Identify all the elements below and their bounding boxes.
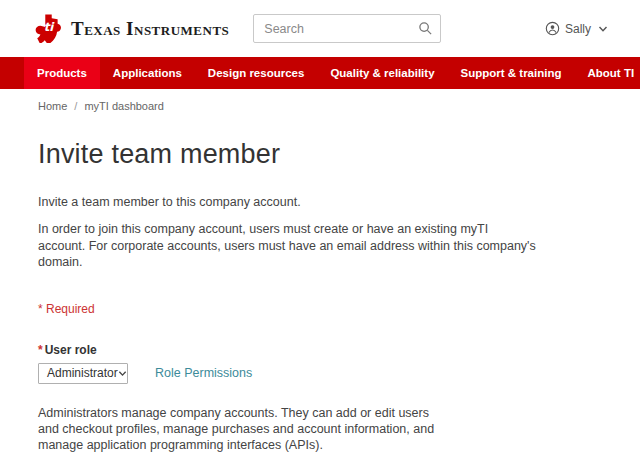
nav-item-about-ti[interactable]: About TI [574, 57, 640, 89]
user-role-selected-value: Administrator [47, 366, 118, 380]
search-box [253, 14, 441, 43]
nav-item-design-resources[interactable]: Design resources [195, 57, 318, 89]
nav-item-products[interactable]: Products [24, 57, 100, 89]
join-info-text: In order to join this company account, u… [38, 221, 536, 271]
account-name: Sally [565, 22, 591, 36]
required-asterisk: * [38, 343, 43, 357]
intro-text: Invite a team member to this company acc… [38, 195, 640, 209]
brand-wordmark: Texas Instruments [71, 18, 229, 40]
breadcrumb-myti-dashboard[interactable]: myTI dashboard [84, 100, 163, 112]
main-content: Invite team member Invite a team member … [0, 139, 640, 461]
breadcrumb-home[interactable]: Home [38, 100, 67, 112]
nav-item-support-training[interactable]: Support & training [448, 57, 575, 89]
role-description: Administrators manage company accounts. … [38, 405, 442, 453]
nav-item-applications[interactable]: Applications [100, 57, 195, 89]
page-title: Invite team member [38, 139, 640, 170]
user-role-select[interactable]: Administrator [38, 363, 128, 384]
user-role-label: *User role [38, 343, 640, 357]
chevron-down-icon [118, 369, 127, 378]
user-role-row: Administrator Role Permissions [38, 363, 640, 384]
required-note: * Required [38, 302, 640, 316]
search-input[interactable] [253, 14, 441, 43]
role-permissions-link[interactable]: Role Permissions [155, 366, 252, 380]
person-icon [545, 21, 560, 36]
site-header: ti Texas Instruments Sally [0, 0, 640, 57]
user-role-label-text: User role [45, 343, 97, 357]
ti-bug-icon: ti [35, 14, 62, 43]
chevron-down-icon [598, 24, 608, 34]
account-menu[interactable]: Sally [545, 21, 620, 36]
search-icon[interactable] [418, 21, 433, 36]
breadcrumb-separator: / [74, 100, 77, 112]
primary-nav: Products Applications Design resources Q… [0, 57, 640, 89]
nav-item-quality-reliability[interactable]: Quality & reliability [317, 57, 447, 89]
ti-logo[interactable]: ti Texas Instruments [35, 14, 229, 43]
breadcrumb: Home / myTI dashboard [38, 100, 640, 112]
